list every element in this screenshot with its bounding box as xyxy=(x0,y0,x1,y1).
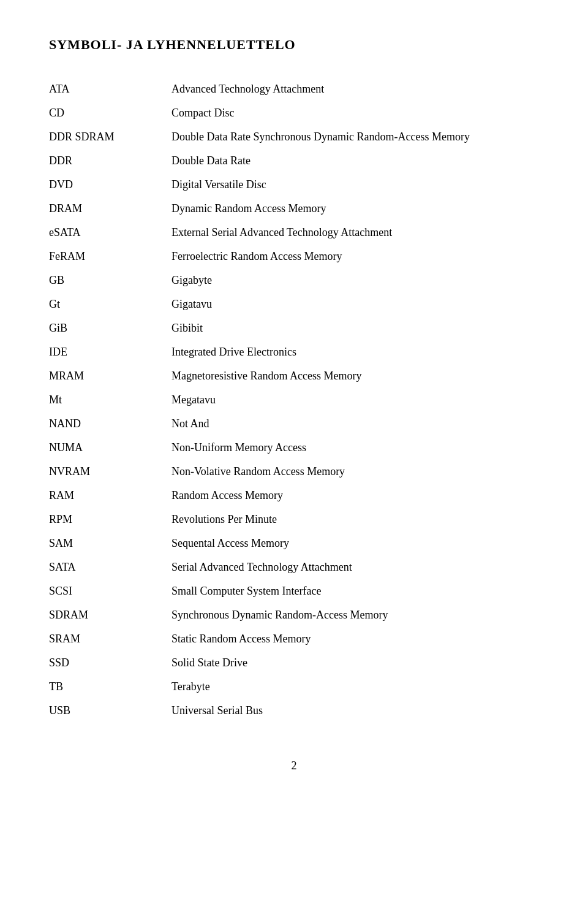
glossary-row: CDCompact Disc xyxy=(49,101,539,125)
glossary-row: SATASerial Advanced Technology Attachmen… xyxy=(49,555,539,579)
definition: External Serial Advanced Technology Atta… xyxy=(172,221,539,245)
abbreviation: FeRAM xyxy=(49,245,172,268)
glossary-row: MRAMMagnetoresistive Random Access Memor… xyxy=(49,364,539,388)
abbreviation: eSATA xyxy=(49,221,172,245)
abbreviation: SATA xyxy=(49,555,172,579)
definition: Ferroelectric Random Access Memory xyxy=(172,245,539,268)
abbreviation: IDE xyxy=(49,340,172,364)
definition: Not And xyxy=(172,412,539,436)
abbreviation: DDR xyxy=(49,149,172,173)
abbreviation: CD xyxy=(49,101,172,125)
abbreviation: NVRAM xyxy=(49,460,172,484)
abbreviation: DDR SDRAM xyxy=(49,125,172,149)
glossary-row: GtGigatavu xyxy=(49,292,539,316)
definition: Sequental Access Memory xyxy=(172,531,539,555)
glossary-table: ATAAdvanced Technology AttachmentCDCompa… xyxy=(49,77,539,723)
definition: Revolutions Per Minute xyxy=(172,508,539,531)
glossary-row: MtMegatavu xyxy=(49,388,539,412)
glossary-row: TBTerabyte xyxy=(49,675,539,699)
abbreviation: ATA xyxy=(49,77,172,101)
definition: Double Data Rate xyxy=(172,149,539,173)
glossary-row: NANDNot And xyxy=(49,412,539,436)
abbreviation: GB xyxy=(49,268,172,292)
definition: Digital Versatile Disc xyxy=(172,173,539,197)
abbreviation: NAND xyxy=(49,412,172,436)
definition: Double Data Rate Synchronous Dynamic Ran… xyxy=(172,125,539,149)
abbreviation: GiB xyxy=(49,316,172,340)
glossary-row: FeRAMFerroelectric Random Access Memory xyxy=(49,245,539,268)
glossary-row: RAMRandom Access Memory xyxy=(49,484,539,508)
glossary-row: DVDDigital Versatile Disc xyxy=(49,173,539,197)
abbreviation: SDRAM xyxy=(49,603,172,627)
definition: Megatavu xyxy=(172,388,539,412)
glossary-row: DRAMDynamic Random Access Memory xyxy=(49,197,539,221)
glossary-row: SAMSequental Access Memory xyxy=(49,531,539,555)
abbreviation: NUMA xyxy=(49,436,172,460)
glossary-row: DDRDouble Data Rate xyxy=(49,149,539,173)
abbreviation: DRAM xyxy=(49,197,172,221)
definition: Dynamic Random Access Memory xyxy=(172,197,539,221)
definition: Integrated Drive Electronics xyxy=(172,340,539,364)
glossary-row: SRAMStatic Random Access Memory xyxy=(49,627,539,651)
definition: Solid State Drive xyxy=(172,651,539,675)
abbreviation: SAM xyxy=(49,531,172,555)
definition: Gibibit xyxy=(172,316,539,340)
definition: Synchronous Dynamic Random-Access Memory xyxy=(172,603,539,627)
abbreviation: RAM xyxy=(49,484,172,508)
glossary-row: GBGigabyte xyxy=(49,268,539,292)
abbreviation: MRAM xyxy=(49,364,172,388)
definition: Random Access Memory xyxy=(172,484,539,508)
abbreviation: SRAM xyxy=(49,627,172,651)
definition: Non-Volative Random Access Memory xyxy=(172,460,539,484)
page-number: 2 xyxy=(49,759,539,772)
glossary-row: GiBGibibit xyxy=(49,316,539,340)
glossary-row: USBUniversal Serial Bus xyxy=(49,699,539,723)
abbreviation: Gt xyxy=(49,292,172,316)
glossary-row: ATAAdvanced Technology Attachment xyxy=(49,77,539,101)
definition: Universal Serial Bus xyxy=(172,699,539,723)
definition: Serial Advanced Technology Attachment xyxy=(172,555,539,579)
abbreviation: RPM xyxy=(49,508,172,531)
definition: Gigabyte xyxy=(172,268,539,292)
glossary-row: eSATAExternal Serial Advanced Technology… xyxy=(49,221,539,245)
glossary-row: NUMANon-Uniform Memory Access xyxy=(49,436,539,460)
abbreviation: SSD xyxy=(49,651,172,675)
definition: Terabyte xyxy=(172,675,539,699)
abbreviation: USB xyxy=(49,699,172,723)
glossary-row: SCSISmall Computer System Interface xyxy=(49,579,539,603)
definition: Compact Disc xyxy=(172,101,539,125)
abbreviation: TB xyxy=(49,675,172,699)
abbreviation: Mt xyxy=(49,388,172,412)
glossary-row: SDRAMSynchronous Dynamic Random-Access M… xyxy=(49,603,539,627)
glossary-row: IDEIntegrated Drive Electronics xyxy=(49,340,539,364)
glossary-row: SSDSolid State Drive xyxy=(49,651,539,675)
glossary-row: NVRAMNon-Volative Random Access Memory xyxy=(49,460,539,484)
abbreviation: DVD xyxy=(49,173,172,197)
definition: Advanced Technology Attachment xyxy=(172,77,539,101)
definition: Magnetoresistive Random Access Memory xyxy=(172,364,539,388)
glossary-row: RPMRevolutions Per Minute xyxy=(49,508,539,531)
definition: Gigatavu xyxy=(172,292,539,316)
glossary-row: DDR SDRAMDouble Data Rate Synchronous Dy… xyxy=(49,125,539,149)
definition: Non-Uniform Memory Access xyxy=(172,436,539,460)
definition: Small Computer System Interface xyxy=(172,579,539,603)
abbreviation: SCSI xyxy=(49,579,172,603)
definition: Static Random Access Memory xyxy=(172,627,539,651)
page-title: SYMBOLI- JA LYHENNELUETTELO xyxy=(49,37,539,53)
